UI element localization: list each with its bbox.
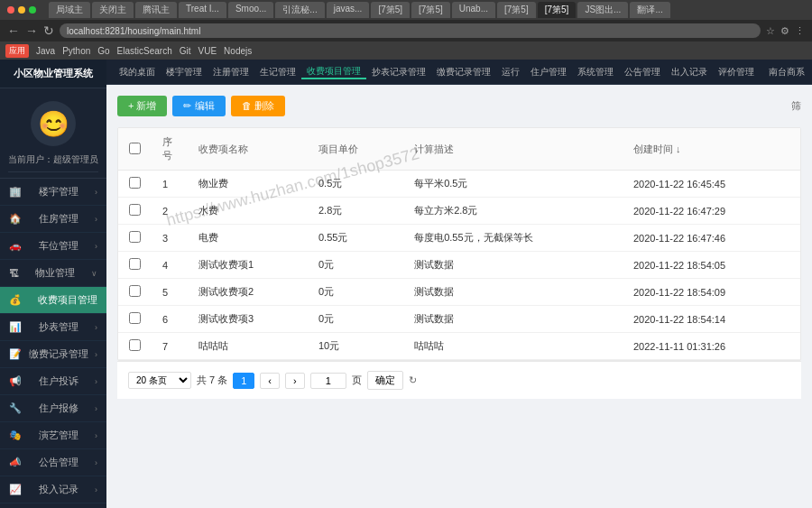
- forward-button[interactable]: →: [25, 23, 38, 38]
- sidebar-item-label: 演艺管理: [39, 429, 78, 442]
- browser-tab[interactable]: 局域主: [49, 2, 90, 18]
- page-next-button[interactable]: ›: [285, 373, 305, 389]
- nav-item-fee[interactable]: 收费项目管理: [301, 65, 366, 79]
- browser-tab[interactable]: 腾讯主: [135, 2, 177, 18]
- delete-button[interactable]: 🗑 删除: [231, 96, 285, 116]
- sidebar-item-repair[interactable]: 🔧 住户报修 ›: [0, 395, 106, 422]
- nav-item-notice[interactable]: 公告管理: [619, 66, 666, 79]
- browser-tab[interactable]: [7第5]: [371, 2, 410, 18]
- row-checkbox[interactable]: [129, 312, 141, 324]
- sidebar-item-investment[interactable]: 📈 投入记录 ›: [0, 476, 106, 503]
- row-checkbox[interactable]: [129, 204, 141, 216]
- nav-item-desktop[interactable]: 我的桌面: [114, 66, 161, 79]
- bookmark-vue[interactable]: VUE: [198, 46, 217, 56]
- chevron-right-icon: ›: [95, 377, 97, 386]
- nav-item-payment-record[interactable]: 缴费记录管理: [431, 66, 496, 79]
- page-confirm-button[interactable]: 确定: [367, 371, 403, 390]
- per-page-select[interactable]: 20 条页 50 条页 100 条页: [128, 372, 191, 389]
- bookmark-python[interactable]: Python: [62, 46, 90, 56]
- investment-icon: 📈: [9, 484, 22, 495]
- refresh-icon[interactable]: ↻: [409, 374, 417, 386]
- table-body: 1 物业费 0.5元 每平米0.5元 2020-11-22 16:45:45 2…: [118, 171, 800, 360]
- row-created: 2020-11-22 18:54:09: [623, 279, 800, 306]
- browser-tab[interactable]: javas...: [327, 2, 370, 18]
- browser-tab[interactable]: 引流秘...: [275, 2, 324, 18]
- sidebar-item-property[interactable]: 🏗 物业管理 ∨: [0, 260, 106, 287]
- sidebar-item-announcement[interactable]: 📣 公告管理 ›: [0, 449, 106, 476]
- content-area: + 新增 ✏ 编辑 🗑 删除 筛 序号 收费项名称 项目单价: [106, 85, 812, 508]
- nav-item-building[interactable]: 楼宇管理: [161, 66, 208, 79]
- close-window-btn[interactable]: [7, 6, 14, 14]
- browser-chrome: 局域主 关闭主 腾讯主 Treat I... Smoo... 引流秘... ja…: [0, 0, 812, 20]
- browser-tab[interactable]: [7第5]: [497, 2, 536, 18]
- browser-tab[interactable]: JS图出...: [577, 2, 628, 18]
- bookmark-go[interactable]: Go: [97, 46, 109, 56]
- row-checkbox[interactable]: [129, 231, 141, 243]
- select-all-checkbox[interactable]: [129, 143, 141, 154]
- add-button[interactable]: + 新增: [117, 96, 167, 116]
- table-row: 5 测试收费项2 0元 测试数据 2020-11-22 18:54:09: [118, 279, 800, 306]
- sidebar-item-label: 公告管理: [39, 456, 78, 469]
- bookmark-nodejs[interactable]: Nodejs: [224, 46, 252, 56]
- sidebar-item-review[interactable]: ⭐ 评价管理 ›: [0, 503, 106, 508]
- sidebar-item-fee-management[interactable]: 💰 收费项目管理: [0, 287, 106, 314]
- sidebar-item-complaint[interactable]: 📢 住户投诉 ›: [0, 368, 106, 395]
- row-checkbox[interactable]: [129, 339, 141, 351]
- bookmark-git[interactable]: Git: [180, 46, 191, 56]
- sidebar-item-building[interactable]: 🏢 楼宇管理 ›: [0, 179, 106, 206]
- row-checkbox-cell: [118, 225, 152, 252]
- nav-item-evaluation[interactable]: 评价管理: [713, 66, 760, 79]
- nav-item-resident[interactable]: 住户管理: [525, 66, 572, 79]
- menu-icon[interactable]: ⋮: [795, 25, 805, 37]
- browser-tab[interactable]: 翻译...: [630, 2, 669, 18]
- nav-item-life[interactable]: 生记管理: [254, 66, 301, 79]
- row-checkbox[interactable]: [129, 285, 141, 297]
- table-row: 4 测试收费项1 0元 测试数据 2020-11-22 18:54:05: [118, 252, 800, 279]
- bookmark-apps[interactable]: 应用: [5, 44, 29, 58]
- row-checkbox-cell: [118, 333, 152, 360]
- sidebar-item-housing[interactable]: 🏠 住房管理 ›: [0, 206, 106, 233]
- chevron-right-icon: ›: [95, 485, 97, 494]
- nav-right-label: 南台商系: [769, 66, 805, 79]
- nav-item-system[interactable]: 系统管理: [572, 66, 619, 79]
- back-button[interactable]: ←: [7, 23, 20, 38]
- browser-tab[interactable]: Treat I...: [179, 2, 226, 18]
- bookmark-java[interactable]: Java: [36, 46, 55, 56]
- refresh-button[interactable]: ↻: [43, 23, 54, 38]
- browser-tab-active[interactable]: [7第5]: [538, 2, 577, 18]
- sidebar-item-activity[interactable]: 🎭 演艺管理 ›: [0, 422, 106, 449]
- row-checkbox-cell: [118, 306, 152, 333]
- nav-item-meter-record[interactable]: 抄表记录管理: [366, 66, 431, 79]
- sidebar: 小区物业管理系统 😊 当前用户：超级管理员 🏢 楼宇管理 › 🏠 住房管理 › …: [0, 60, 106, 508]
- row-created: 2020-11-22 16:47:46: [623, 225, 800, 252]
- maximize-window-btn[interactable]: [29, 6, 36, 14]
- extension-icon[interactable]: ⚙: [780, 25, 789, 37]
- page-prev-button[interactable]: ‹: [260, 373, 280, 389]
- sidebar-item-meter[interactable]: 📊 抄表管理 ›: [0, 314, 106, 341]
- row-checkbox-cell: [118, 198, 152, 225]
- sidebar-item-payment[interactable]: 📝 缴费记录管理 ›: [0, 341, 106, 368]
- minimize-window-btn[interactable]: [18, 6, 25, 14]
- sidebar-item-label: 住房管理: [39, 212, 78, 226]
- nav-item-register[interactable]: 注册管理: [208, 66, 254, 79]
- row-checkbox-cell: [118, 252, 152, 279]
- sidebar-item-parking[interactable]: 🚗 车位管理 ›: [0, 233, 106, 260]
- edit-button[interactable]: ✏ 编辑: [172, 96, 225, 116]
- row-checkbox[interactable]: [129, 258, 141, 270]
- browser-tab[interactable]: Unab...: [452, 2, 495, 18]
- page-jump-input[interactable]: [310, 373, 346, 389]
- bookmark-icon[interactable]: ☆: [766, 25, 775, 37]
- nav-item-access[interactable]: 出入记录: [666, 66, 713, 79]
- sidebar-item-label: 楼宇管理: [39, 185, 78, 199]
- row-price: 0元: [308, 279, 403, 306]
- nav-item-run[interactable]: 运行: [496, 66, 525, 79]
- bookmark-elasticsearch[interactable]: ElasticSearch: [117, 46, 172, 56]
- url-bar[interactable]: localhost:8281/housing/main.html: [60, 23, 761, 38]
- browser-tab[interactable]: 关闭主: [92, 2, 134, 18]
- sidebar-item-label: 住户投诉: [39, 374, 78, 388]
- browser-tab[interactable]: [7第5]: [411, 2, 450, 18]
- filter-icon[interactable]: 筛: [791, 99, 801, 113]
- browser-tab[interactable]: Smoo...: [228, 2, 273, 18]
- page-1-button[interactable]: 1: [233, 373, 254, 389]
- row-checkbox[interactable]: [129, 177, 141, 189]
